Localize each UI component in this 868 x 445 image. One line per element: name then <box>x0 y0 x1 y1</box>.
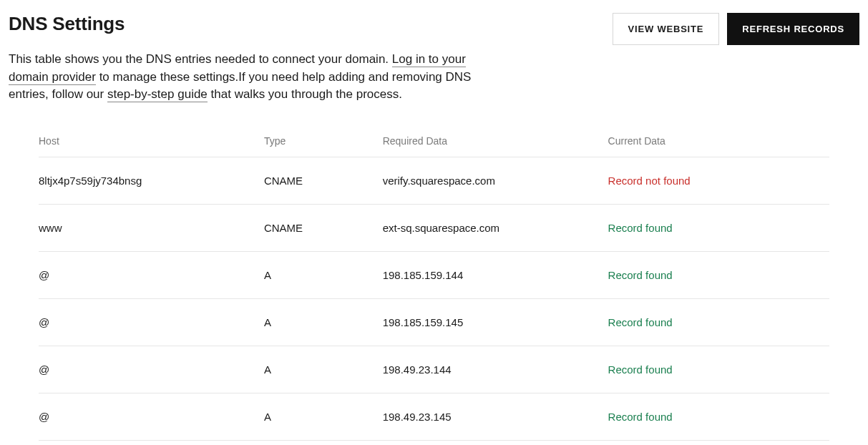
table-row: @A198.49.23.144Record found <box>39 346 829 393</box>
cell-required-data: 198.185.159.145 <box>383 298 608 346</box>
description-part1: This table shows you the DNS entries nee… <box>9 52 392 66</box>
cell-required-data: 198.49.23.144 <box>383 346 608 393</box>
cell-current-data: Record found <box>608 393 829 440</box>
cell-host: @ <box>39 251 264 298</box>
table-row: @A198.185.159.145Record found <box>39 298 829 346</box>
step-by-step-guide-link[interactable]: step-by-step guide <box>107 87 208 102</box>
cell-host: @ <box>39 346 264 393</box>
cell-current-data: Record found <box>608 251 829 298</box>
table-row: @A198.185.159.144Record found <box>39 251 829 298</box>
description-text: This table shows you the DNS entries nee… <box>9 51 481 104</box>
view-website-button[interactable]: VIEW WEBSITE <box>613 13 720 45</box>
column-header-host: Host <box>39 127 264 157</box>
refresh-records-button[interactable]: REFRESH RECORDS <box>727 13 859 45</box>
cell-host: @ <box>39 298 264 346</box>
cell-type: A <box>264 298 383 346</box>
cell-type: CNAME <box>264 204 383 251</box>
cell-host: www <box>39 204 264 251</box>
cell-current-data: Record found <box>608 204 829 251</box>
table-row: 8ltjx4p7s59jy734bnsgCNAMEverify.squaresp… <box>39 157 829 204</box>
table-row: wwwCNAMEext-sq.squarespace.comRecord fou… <box>39 204 829 251</box>
cell-host: @ <box>39 393 264 440</box>
cell-type: A <box>264 393 383 440</box>
table-row: @A198.49.23.145Record found <box>39 393 829 440</box>
column-header-current-data: Current Data <box>608 127 829 157</box>
column-header-required-data: Required Data <box>383 127 608 157</box>
cell-current-data: Record found <box>608 298 829 346</box>
dns-records-table: Host Type Required Data Current Data 8lt… <box>39 127 829 441</box>
cell-required-data: ext-sq.squarespace.com <box>383 204 608 251</box>
cell-required-data: 198.185.159.144 <box>383 251 608 298</box>
page-title: DNS Settings <box>9 13 125 35</box>
cell-type: CNAME <box>264 157 383 204</box>
cell-host: 8ltjx4p7s59jy734bnsg <box>39 157 264 204</box>
cell-required-data: 198.49.23.145 <box>383 393 608 440</box>
header-actions: VIEW WEBSITE REFRESH RECORDS <box>613 13 859 45</box>
description-part3: that walks you through the process. <box>208 87 402 101</box>
cell-type: A <box>264 251 383 298</box>
cell-required-data: verify.squarespace.com <box>383 157 608 204</box>
cell-current-data: Record found <box>608 346 829 393</box>
column-header-type: Type <box>264 127 383 157</box>
cell-current-data: Record not found <box>608 157 829 204</box>
cell-type: A <box>264 346 383 393</box>
